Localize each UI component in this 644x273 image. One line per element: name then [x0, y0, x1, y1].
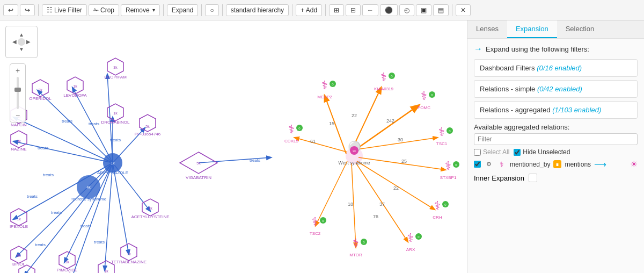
- nav-left[interactable]: ◀: [11, 38, 18, 45]
- hierarchy-label: standard hierarchy: [231, 6, 284, 14]
- svg-line-25: [316, 161, 347, 226]
- edge-num-37: 37: [379, 202, 385, 207]
- graph-svg[interactable]: treats treats treats treats treats treat…: [0, 20, 467, 273]
- crop-icon: ✁: [93, 6, 99, 14]
- grid2-icon-button[interactable]: ⊟: [346, 4, 361, 16]
- vigabatrin-text: VIGABATRIN: [186, 175, 211, 180]
- ipexole-label-inner: 1k: [17, 217, 21, 221]
- undo-button[interactable]: ↩: [3, 4, 18, 16]
- separator-1: [38, 4, 39, 16]
- close-panel-button[interactable]: ✕: [456, 4, 471, 16]
- dashboard-filters-row: Dashboard Filters (0/16 enabled): [474, 60, 637, 76]
- zoom-slider-thumb[interactable]: [14, 88, 21, 92]
- vigabatrin-label-inner: 5k: [196, 161, 201, 165]
- arx-icon[interactable]: ⚕: [407, 231, 414, 245]
- tab-lenses[interactable]: Lenses: [467, 20, 507, 38]
- live-filter-button[interactable]: ☷ Live Filter: [42, 4, 87, 16]
- pf-text: PF-03654746: [135, 132, 161, 136]
- tsc1-icon[interactable]: ⚕: [438, 125, 445, 139]
- expand-label: Expand: [172, 6, 194, 14]
- mecp2-icon[interactable]: ⚕: [321, 78, 328, 92]
- inner-expansion-checkbox[interactable]: [529, 174, 537, 182]
- separator-7: [452, 4, 452, 16]
- select-row: Select All Hide Unselected: [474, 148, 638, 156]
- zoom-in-button[interactable]: +: [11, 65, 24, 76]
- acetylcysteine-label-inner: 1k: [148, 206, 152, 210]
- dna-icon: ⚕: [497, 160, 507, 169]
- levodopa-label-inner: 1k: [73, 84, 77, 88]
- hide-unselected-checkbox[interactable]: [514, 149, 521, 156]
- crh-icon[interactable]: ⚕: [434, 199, 441, 212]
- nav-down[interactable]: ▼: [18, 46, 25, 53]
- zoom-out-button[interactable]: −: [11, 110, 24, 121]
- gear-icon[interactable]: ⚙: [484, 160, 494, 169]
- expand-button[interactable]: Expand: [167, 4, 199, 16]
- tsc2-icon[interactable]: ⚕: [312, 215, 318, 228]
- kiaa-icon[interactable]: ⚕: [380, 70, 387, 84]
- svg-line-13: [24, 163, 113, 273]
- filter-input[interactable]: [474, 133, 638, 145]
- stxbp1-icon[interactable]: ⚕: [445, 159, 451, 173]
- separator-5: [292, 4, 292, 16]
- inner-expansion-label: Inner Expansion: [474, 174, 524, 182]
- treats-label-10: treats: [35, 242, 46, 247]
- tourette-text: Tourette syndrome: [71, 197, 107, 202]
- tourette-label-inner: 4k: [86, 185, 91, 189]
- tsc1-text: TSC1: [436, 141, 448, 146]
- svg-line-11: [105, 163, 113, 270]
- relations-aggregated-section[interactable]: Relations - aggregated (1/103 enabled): [474, 101, 638, 119]
- pf-node[interactable]: [140, 114, 156, 132]
- relation-row: ⚙ ⚕ mentioned_by ∎ mentions ⟶ ☀: [474, 159, 638, 169]
- mentions-label: mentions: [565, 161, 591, 168]
- add-button[interactable]: + Add: [296, 4, 322, 16]
- globe-button[interactable]: ⚫: [380, 4, 398, 16]
- relations-simple-section[interactable]: Relations - simple (0/42 enabled): [474, 80, 638, 98]
- dashboard-filters-section[interactable]: Dashboard Filters (0/16 enabled): [474, 59, 638, 77]
- nav-right[interactable]: ▶: [25, 38, 32, 45]
- hierarchy-button[interactable]: standard hierarchy: [226, 4, 289, 16]
- clock-button[interactable]: ◴: [399, 4, 414, 16]
- edge-num-18: 18: [348, 202, 353, 207]
- relations-aggregated-label: Relations - aggregated: [480, 106, 551, 114]
- hide-unselected-label[interactable]: Hide Unselected: [514, 148, 570, 156]
- layout1-button[interactable]: ▣: [416, 4, 431, 16]
- west-syndrome-label-inner: 3k: [353, 149, 356, 153]
- pomc-icon[interactable]: ⚕: [421, 89, 427, 103]
- select-all-checkbox[interactable]: [474, 149, 481, 156]
- relation-checkbox[interactable]: [474, 161, 481, 168]
- zoom-widget[interactable]: + −: [10, 63, 26, 123]
- dashboard-filters-count: (0/16 enabled): [537, 64, 582, 72]
- back-button[interactable]: ←: [362, 4, 378, 16]
- tab-expansion[interactable]: Expansion: [507, 20, 557, 38]
- relations-aggregated-count: (1/103 enabled): [552, 106, 601, 114]
- available-label: Available aggregated relations:: [474, 123, 638, 131]
- layout2-button[interactable]: ▤: [433, 4, 449, 16]
- pimozide-label-inner: 3k: [65, 260, 69, 264]
- relations-aggregated-row: Relations - aggregated (1/103 enabled): [474, 102, 637, 118]
- treats-label-6: treats: [27, 194, 38, 199]
- treats-label-9: treats: [94, 240, 105, 245]
- treats-label-7: treats: [51, 210, 62, 215]
- grid-icon-button[interactable]: ⊞: [329, 4, 344, 16]
- graph-area[interactable]: ▲ ◀ ▶ ▼ + −: [0, 20, 467, 273]
- tab-selection[interactable]: Selection: [557, 20, 603, 38]
- crop-button[interactable]: ✁ Crop: [89, 4, 119, 16]
- expand-description: → Expand using the following filters:: [474, 44, 638, 54]
- add-label: + Add: [301, 6, 317, 14]
- nav-up[interactable]: ▲: [18, 31, 25, 38]
- relations-simple-label: Relations - simple: [480, 85, 535, 93]
- redo-button[interactable]: ↪: [20, 4, 35, 16]
- cdkl5-icon[interactable]: ⚕: [288, 123, 295, 136]
- remove-button[interactable]: Remove ▾: [121, 4, 160, 16]
- mtor-icon[interactable]: ⚕: [353, 236, 359, 250]
- select-all-label[interactable]: Select All: [474, 148, 509, 156]
- expand-arrow-icon: →: [474, 44, 482, 54]
- pin-button[interactable]: ○: [205, 4, 218, 16]
- treats-label-8: treats: [80, 224, 91, 228]
- edge-num-76: 76: [373, 214, 378, 219]
- tetrabenazine-label-inner: 1k: [127, 252, 131, 256]
- navigation-widget[interactable]: ▲ ◀ ▶ ▼: [5, 26, 38, 58]
- nav-center[interactable]: [18, 38, 25, 45]
- zoom-slider-track[interactable]: [17, 77, 19, 109]
- hide-unselected-text: Hide Unselected: [523, 148, 570, 156]
